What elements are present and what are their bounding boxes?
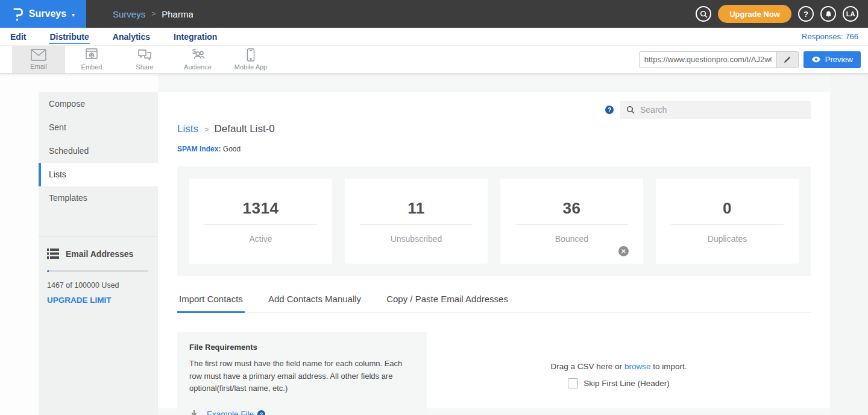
drag-text-post: to import. <box>650 362 687 371</box>
breadcrumb-surveys-link[interactable]: Surveys <box>113 9 145 19</box>
toolbar-item-share[interactable]: Share <box>118 46 171 73</box>
breadcrumb-lists-link[interactable]: Lists <box>177 123 198 135</box>
skip-first-line-checkbox[interactable] <box>568 378 578 388</box>
survey-url-input[interactable] <box>640 52 776 68</box>
list-search-row: ? <box>177 92 811 119</box>
preview-label: Preview <box>825 55 853 64</box>
example-file-help-icon[interactable]: ? <box>257 410 265 415</box>
magnifier-icon <box>626 106 635 114</box>
example-file-link[interactable]: Example File ? <box>207 410 265 415</box>
drag-text-pre: Drag a CSV here or <box>551 362 624 371</box>
sidebar-spacer <box>39 210 158 236</box>
sidebar-item-sent[interactable]: Sent <box>39 116 158 139</box>
tab-distribute[interactable]: Distribute <box>49 30 89 44</box>
main-column: ? Lists > Default List-0 SPAM Index: Goo… <box>158 74 830 415</box>
file-requirements-title: File Requirements <box>189 343 415 352</box>
stat-card-duplicates[interactable]: 0 Duplicates <box>656 179 799 264</box>
spam-index-label: SPAM Index: <box>177 145 221 153</box>
stat-card-bounced[interactable]: 36 Bounced ✕ <box>500 179 643 264</box>
caret-down-icon: ▾ <box>72 11 75 18</box>
search-input[interactable] <box>640 105 805 115</box>
tab-analytics[interactable]: Analytics <box>112 30 151 44</box>
svg-text:$: $ <box>192 48 196 55</box>
embed-icon <box>85 48 98 62</box>
stat-value: 11 <box>407 199 425 218</box>
example-file-label: Example File <box>207 410 254 415</box>
help-icon[interactable]: ? <box>798 6 814 22</box>
preview-button[interactable]: Preview <box>804 51 861 68</box>
email-addresses-block: Email Addresses 1467 of 100000 Used UPGR… <box>39 236 158 305</box>
csv-drop-zone[interactable]: Drag a CSV here or browse to import. Ski… <box>427 332 811 415</box>
mobile-app-icon <box>247 48 255 62</box>
stat-divider <box>204 224 317 225</box>
usage-progress-bar <box>47 270 148 272</box>
distribute-toolbar: Email Embed Share $ Audience Mobile <box>0 46 868 74</box>
breadcrumb-separator: > <box>204 125 209 134</box>
usage-progress-fill <box>47 270 49 272</box>
import-contacts-body: File Requirements The first row must hav… <box>177 332 811 415</box>
tab-add-contacts-manually[interactable]: Add Contacts Manually <box>266 294 363 313</box>
sidebar-item-lists[interactable]: Lists <box>39 163 158 186</box>
block-bounced-icon[interactable]: ✕ <box>618 246 629 256</box>
stat-label: Duplicates <box>708 234 747 244</box>
survey-breadcrumb: Surveys > Pharma <box>86 0 193 28</box>
tab-copy-paste-email-addresses[interactable]: Copy / Paste Email Addresses <box>385 294 510 313</box>
browse-link[interactable]: browse <box>624 362 651 371</box>
eye-icon <box>811 56 821 63</box>
questionpro-logo-icon <box>11 7 24 21</box>
example-file-row: Example File ? <box>189 410 415 415</box>
email-icon <box>31 49 46 61</box>
toolbar-item-label: Email <box>30 63 47 70</box>
skip-first-line-row: Skip First Line (Header) <box>568 378 670 388</box>
breadcrumb-survey-title: Pharma <box>162 9 193 19</box>
toolbar-item-email[interactable]: Email <box>12 46 65 73</box>
toolbar-item-mobile-app[interactable]: Mobile App <box>224 46 277 73</box>
file-requirements-text: The first row must have the field name f… <box>189 358 407 395</box>
edit-url-button[interactable] <box>776 52 798 68</box>
share-icon <box>137 49 152 62</box>
toolbar-item-embed[interactable]: Embed <box>65 46 118 73</box>
stat-divider <box>515 224 628 225</box>
notifications-bell-icon[interactable] <box>820 6 836 22</box>
search-help-icon[interactable]: ? <box>605 106 614 114</box>
right-gutter <box>830 74 868 415</box>
stat-card-active[interactable]: 1314 Active <box>189 179 332 264</box>
list-breadcrumb: Lists > Default List-0 <box>177 123 811 135</box>
tab-import-contacts[interactable]: Import Contacts <box>177 294 245 313</box>
drag-csv-text: Drag a CSV here or browse to import. <box>551 362 687 371</box>
download-icon <box>189 410 199 415</box>
stat-label: Unsubscribed <box>391 234 442 244</box>
search-box <box>620 101 811 119</box>
stat-value: 0 <box>723 199 732 218</box>
product-name: Surveys <box>29 8 66 19</box>
sidebar-item-templates[interactable]: Templates <box>39 186 158 210</box>
page-body: Compose Sent Scheduled Lists Templates E… <box>0 74 868 415</box>
sidebar-item-scheduled[interactable]: Scheduled <box>39 139 158 163</box>
survey-nav: Edit Distribute Analytics Integration Re… <box>0 28 868 46</box>
search-icon[interactable] <box>696 6 711 22</box>
lists-panel: ? Lists > Default List-0 SPAM Index: Goo… <box>158 92 830 408</box>
breadcrumb-separator: > <box>151 10 156 18</box>
toolbar-item-audience[interactable]: $ Audience <box>171 46 224 73</box>
responses-count[interactable]: Responses: 766 <box>802 32 858 41</box>
audience-icon: $ <box>190 48 206 62</box>
contacts-tabs: Import Contacts Add Contacts Manually Co… <box>177 294 811 312</box>
app-window: Surveys ▾ Surveys > Pharma Upgrade Now ?… <box>0 0 868 415</box>
toolbar-right: Preview <box>639 46 868 73</box>
sidebar-column: Compose Sent Scheduled Lists Templates E… <box>39 74 158 415</box>
usage-text: 1467 of 100000 Used <box>47 281 148 290</box>
tab-edit[interactable]: Edit <box>10 30 27 44</box>
upgrade-now-button[interactable]: Upgrade Now <box>718 5 791 23</box>
upgrade-limit-link[interactable]: UPGRADE LIMIT <box>47 296 148 305</box>
product-menu[interactable]: Surveys ▾ <box>0 0 86 28</box>
spam-index-value: Good <box>223 145 241 153</box>
stat-divider <box>360 224 473 225</box>
list-icon <box>47 249 59 259</box>
stat-label: Active <box>249 234 272 244</box>
stat-divider <box>671 224 784 225</box>
stat-card-unsubscribed[interactable]: 11 Unsubscribed <box>345 179 488 264</box>
survey-url-group <box>639 51 799 68</box>
tab-integration[interactable]: Integration <box>173 30 218 44</box>
avatar[interactable]: LA <box>843 6 858 22</box>
sidebar-item-compose[interactable]: Compose <box>39 92 158 116</box>
